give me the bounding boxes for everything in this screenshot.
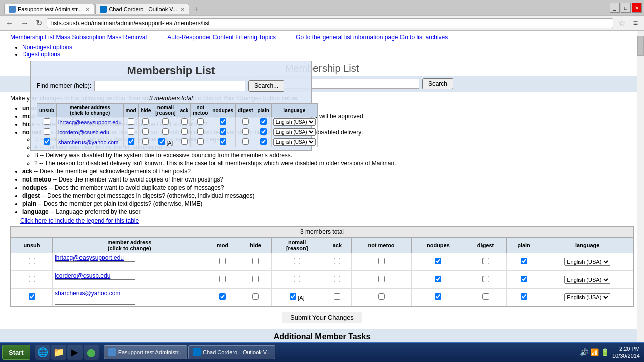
email-input-1[interactable] xyxy=(55,261,135,269)
legend-toggle-link[interactable]: Click here to include the legend for thi… xyxy=(20,217,634,224)
taskbar-icon-chrome[interactable]: ⬤ xyxy=(84,345,99,360)
hide-cell-1 xyxy=(239,253,271,271)
taskbar-task-icon-1 xyxy=(108,348,116,356)
language-cell-2: English (USA) xyxy=(541,271,633,289)
email-cell-1: lhrtacg@easysupport.edu xyxy=(53,253,206,271)
digest-checkbox-1[interactable] xyxy=(482,258,489,264)
unsub-cell-1 xyxy=(11,253,53,271)
legend-item-unsub: unsub -- Click on this to unsubscribe th… xyxy=(22,105,634,112)
close-button[interactable]: ✕ xyxy=(632,3,642,13)
unsub-checkbox-2[interactable] xyxy=(29,276,35,282)
nav-link-content-filtering[interactable]: Content Filtering xyxy=(213,34,257,41)
tray-icon-network: 📶 xyxy=(590,348,599,356)
notmetoo-checkbox-1[interactable] xyxy=(378,258,385,264)
sidebar-link-digest[interactable]: Digest options xyxy=(22,51,60,58)
find-member-search-button[interactable]: Search xyxy=(422,78,453,89)
nodupes-cell-3 xyxy=(412,289,465,306)
taskbar-icon-folder[interactable]: 📁 xyxy=(51,345,66,360)
nav-link-auto-responder[interactable]: Auto-Responder xyxy=(167,34,211,41)
legend-item-plain: plain -- Does the member get plain text … xyxy=(22,200,634,207)
tab-outlook[interactable]: Chad Cordero - Outlook V... ✕ xyxy=(95,4,189,14)
taskbar: Start 🌐 📁 ▶ ⬤ Easupport-test Administr..… xyxy=(0,342,644,362)
plain-checkbox-1[interactable] xyxy=(521,258,527,264)
ack-checkbox-3[interactable] xyxy=(334,293,340,300)
find-member-help-link[interactable]: help xyxy=(230,80,242,87)
email-cell-3: sbarcherus@yahoo.com xyxy=(53,289,206,306)
mod-checkbox-3[interactable] xyxy=(219,293,226,300)
nomail-checkbox-1[interactable] xyxy=(294,258,300,264)
nav-link-topics[interactable]: Topics xyxy=(259,34,276,41)
forward-button[interactable]: → xyxy=(18,18,31,29)
menu-icon[interactable]: ≡ xyxy=(630,18,641,29)
maximize-button[interactable]: □ xyxy=(621,3,631,13)
taskbar-task-outlook[interactable]: Chad Cordero - Outlook V... xyxy=(188,345,275,359)
plain-cell-1 xyxy=(506,253,541,271)
taskbar-icon-ie[interactable]: 🌐 xyxy=(35,345,50,360)
language-select-1[interactable]: English (USA) xyxy=(564,258,610,266)
nomail-checkbox-3[interactable] xyxy=(290,293,296,300)
nodupes-checkbox-3[interactable] xyxy=(435,293,441,300)
unsub-checkbox-1[interactable] xyxy=(29,258,35,264)
scroll-thumb[interactable] xyxy=(637,36,644,56)
hide-checkbox-2[interactable] xyxy=(252,276,259,282)
sidebar-link-nondigest[interactable]: Non-digest options xyxy=(22,44,72,51)
ack-checkbox-1[interactable] xyxy=(334,258,340,264)
nodupes-checkbox-1[interactable] xyxy=(435,258,441,264)
digest-checkbox-2[interactable] xyxy=(482,276,489,282)
page-content: Membership List Mass Subscription Mass R… xyxy=(0,31,644,362)
email-link-1[interactable]: lhrtacg@easysupport.edu xyxy=(55,254,124,261)
back-button[interactable]: ← xyxy=(3,18,16,29)
nav-link-membership-list[interactable]: Membership List xyxy=(10,34,54,41)
col-header-unsub: unsub xyxy=(11,238,53,253)
start-label: Start xyxy=(9,349,24,356)
refresh-button[interactable]: ↻ xyxy=(33,17,45,29)
tab-easupport[interactable]: Easupport-test Administr... ✕ xyxy=(4,4,94,14)
tab-close-outlook[interactable]: ✕ xyxy=(180,6,185,13)
nodupes-checkbox-2[interactable] xyxy=(435,276,441,282)
minimize-button[interactable]: _ xyxy=(610,3,620,13)
taskbar-icon-media[interactable]: ▶ xyxy=(67,345,83,360)
language-select-3[interactable]: English (USA) xyxy=(564,293,610,301)
mod-checkbox-1[interactable] xyxy=(219,258,226,264)
email-input-2[interactable] xyxy=(55,279,135,287)
email-input-3[interactable] xyxy=(55,297,135,305)
nav-link-mass-removal[interactable]: Mass Removal xyxy=(107,34,147,41)
scroll-bar[interactable] xyxy=(637,31,644,362)
top-nav-col3: Go to the general list information page … xyxy=(296,34,448,41)
taskbar-tray: 🔊 📶 🔋 2:20 PM 10/30/2014 xyxy=(576,345,644,360)
email-link-2[interactable]: lcordero@csusb.edu xyxy=(55,272,110,279)
table-row: lcordero@csusb.edu Engli xyxy=(11,271,633,289)
plain-checkbox-3[interactable] xyxy=(521,293,527,300)
unsub-checkbox-3[interactable] xyxy=(29,293,35,300)
members-table: unsub member address(click to change) mo… xyxy=(11,237,633,306)
nav-link-general-info[interactable]: Go to the general list information page xyxy=(296,34,398,41)
tab-close-easupport[interactable]: ✕ xyxy=(85,6,90,13)
membership-list-title-section: Membership List xyxy=(0,59,644,76)
plain-checkbox-2[interactable] xyxy=(521,276,527,282)
find-member-input[interactable] xyxy=(248,79,419,89)
url-bar[interactable] xyxy=(47,18,613,28)
submit-changes-button[interactable]: Submit Your Changes xyxy=(282,312,362,323)
submit-link-ref: Submit Your Changes xyxy=(203,95,262,102)
nav-link-archives[interactable]: Go to list archives xyxy=(400,34,448,41)
table-row: lhrtacg@easysupport.edu xyxy=(11,253,633,271)
unsub-cell-3 xyxy=(11,289,53,306)
email-cell-2: lcordero@csusb.edu xyxy=(53,271,206,289)
legend-item-ack: ack -- Does the member get acknowledgeme… xyxy=(22,168,634,175)
hide-checkbox-3[interactable] xyxy=(252,293,259,300)
digest-cell-1 xyxy=(465,253,506,271)
notmetoo-checkbox-2[interactable] xyxy=(378,276,385,282)
mod-checkbox-2[interactable] xyxy=(219,276,226,282)
email-link-3[interactable]: sbarcherus@yahoo.com xyxy=(55,290,120,297)
taskbar-task-easupport[interactable]: Easupport-test Administr... xyxy=(104,345,187,359)
digest-checkbox-3[interactable] xyxy=(482,293,489,300)
nomail-checkbox-2[interactable] xyxy=(294,276,300,282)
language-select-2[interactable]: English (USA) xyxy=(564,276,610,284)
hide-checkbox-1[interactable] xyxy=(252,258,259,264)
ack-checkbox-2[interactable] xyxy=(334,276,340,282)
notmetoo-checkbox-3[interactable] xyxy=(378,293,385,300)
nav-link-mass-subscription[interactable]: Mass Subscription xyxy=(56,34,105,41)
new-tab-button[interactable]: + xyxy=(190,3,202,14)
start-button[interactable]: Start xyxy=(2,345,30,360)
top-nav: Membership List Mass Subscription Mass R… xyxy=(0,31,644,44)
